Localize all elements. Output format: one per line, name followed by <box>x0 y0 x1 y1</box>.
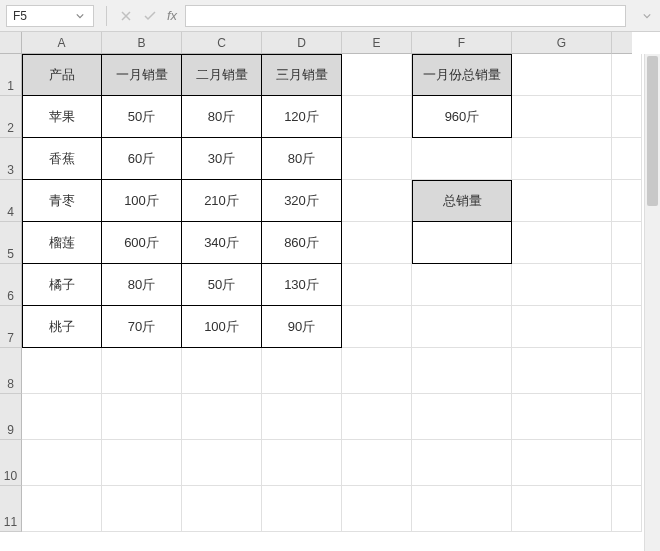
row-header-1[interactable]: 1 <box>0 54 22 96</box>
column-header-B[interactable]: B <box>102 32 182 54</box>
row-header-11[interactable]: 11 <box>0 486 22 532</box>
column-header-F[interactable]: F <box>412 32 512 54</box>
cell-F5[interactable] <box>412 222 512 264</box>
cell-G9[interactable] <box>512 394 612 440</box>
cell-G8[interactable] <box>512 348 612 394</box>
cell-B10[interactable] <box>102 440 182 486</box>
row-header-10[interactable]: 10 <box>0 440 22 486</box>
name-box[interactable]: F5 <box>6 5 94 27</box>
cell-C9[interactable] <box>182 394 262 440</box>
cell-F11[interactable] <box>412 486 512 532</box>
cell-D2[interactable]: 120斤 <box>262 96 342 138</box>
cell-G5[interactable] <box>512 222 612 264</box>
column-header-D[interactable]: D <box>262 32 342 54</box>
cell-G1[interactable] <box>512 54 612 96</box>
cell-B4[interactable]: 100斤 <box>102 180 182 222</box>
cell-C3[interactable]: 30斤 <box>182 138 262 180</box>
cell-B5[interactable]: 600斤 <box>102 222 182 264</box>
column-header-G[interactable]: G <box>512 32 612 54</box>
fx-icon[interactable]: fx <box>167 8 177 23</box>
cell-B8[interactable] <box>102 348 182 394</box>
cell-E8[interactable] <box>342 348 412 394</box>
row-header-7[interactable]: 7 <box>0 306 22 348</box>
cell-C4[interactable]: 210斤 <box>182 180 262 222</box>
row-header-4[interactable]: 4 <box>0 180 22 222</box>
cell-B3[interactable]: 60斤 <box>102 138 182 180</box>
cell-F4[interactable]: 总销量 <box>412 180 512 222</box>
column-header-C[interactable]: C <box>182 32 262 54</box>
cell-E11[interactable] <box>342 486 412 532</box>
cell-F3[interactable] <box>412 138 512 180</box>
cell-B9[interactable] <box>102 394 182 440</box>
row-header-6[interactable]: 6 <box>0 264 22 306</box>
cell-G3[interactable] <box>512 138 612 180</box>
cancel-icon[interactable] <box>119 9 133 23</box>
cell-E5[interactable] <box>342 222 412 264</box>
spreadsheet-grid[interactable]: ABCDEFG 1234567891011 产品一月销量二月销量三月销量一月份总… <box>0 32 660 551</box>
cell-B6[interactable]: 80斤 <box>102 264 182 306</box>
cell-F9[interactable] <box>412 394 512 440</box>
cell-D5[interactable]: 860斤 <box>262 222 342 264</box>
cell-F6[interactable] <box>412 264 512 306</box>
cell-C5[interactable]: 340斤 <box>182 222 262 264</box>
cell-G11[interactable] <box>512 486 612 532</box>
cell-D8[interactable] <box>262 348 342 394</box>
cell-C1[interactable]: 二月销量 <box>182 54 262 96</box>
cell-E4[interactable] <box>342 180 412 222</box>
cell-G10[interactable] <box>512 440 612 486</box>
cell-E3[interactable] <box>342 138 412 180</box>
row-header-9[interactable]: 9 <box>0 394 22 440</box>
cell-G6[interactable] <box>512 264 612 306</box>
cell-D10[interactable] <box>262 440 342 486</box>
cell-A3[interactable]: 香蕉 <box>22 138 102 180</box>
row-header-8[interactable]: 8 <box>0 348 22 394</box>
cell-G4[interactable] <box>512 180 612 222</box>
cell-A4[interactable]: 青枣 <box>22 180 102 222</box>
cell-D3[interactable]: 80斤 <box>262 138 342 180</box>
cell-E6[interactable] <box>342 264 412 306</box>
cell-B1[interactable]: 一月销量 <box>102 54 182 96</box>
chevron-down-icon[interactable] <box>73 9 87 23</box>
cell-E1[interactable] <box>342 54 412 96</box>
cell-C6[interactable]: 50斤 <box>182 264 262 306</box>
cell-D7[interactable]: 90斤 <box>262 306 342 348</box>
formula-bar[interactable] <box>185 5 626 27</box>
check-icon[interactable] <box>143 9 157 23</box>
cells-area[interactable]: 产品一月销量二月销量三月销量一月份总销量苹果50斤80斤120斤960斤香蕉60… <box>22 54 642 532</box>
column-header-A[interactable]: A <box>22 32 102 54</box>
cell-A9[interactable] <box>22 394 102 440</box>
row-header-5[interactable]: 5 <box>0 222 22 264</box>
cell-B2[interactable]: 50斤 <box>102 96 182 138</box>
cell-D1[interactable]: 三月销量 <box>262 54 342 96</box>
cell-F7[interactable] <box>412 306 512 348</box>
chevron-down-icon[interactable] <box>640 12 654 20</box>
cell-B11[interactable] <box>102 486 182 532</box>
cell-C11[interactable] <box>182 486 262 532</box>
cell-E9[interactable] <box>342 394 412 440</box>
vertical-scrollbar[interactable] <box>644 54 660 551</box>
cell-F1[interactable]: 一月份总销量 <box>412 54 512 96</box>
cell-F8[interactable] <box>412 348 512 394</box>
row-header-2[interactable]: 2 <box>0 96 22 138</box>
cell-C10[interactable] <box>182 440 262 486</box>
cell-D11[interactable] <box>262 486 342 532</box>
scrollbar-thumb[interactable] <box>647 56 658 206</box>
row-header-3[interactable]: 3 <box>0 138 22 180</box>
cell-A2[interactable]: 苹果 <box>22 96 102 138</box>
cell-A5[interactable]: 榴莲 <box>22 222 102 264</box>
cell-E7[interactable] <box>342 306 412 348</box>
cell-F10[interactable] <box>412 440 512 486</box>
cell-F2[interactable]: 960斤 <box>412 96 512 138</box>
cell-A1[interactable]: 产品 <box>22 54 102 96</box>
cell-A6[interactable]: 橘子 <box>22 264 102 306</box>
cell-D6[interactable]: 130斤 <box>262 264 342 306</box>
cell-C2[interactable]: 80斤 <box>182 96 262 138</box>
cell-D4[interactable]: 320斤 <box>262 180 342 222</box>
cell-C8[interactable] <box>182 348 262 394</box>
cell-A10[interactable] <box>22 440 102 486</box>
cell-G2[interactable] <box>512 96 612 138</box>
cell-D9[interactable] <box>262 394 342 440</box>
cell-A11[interactable] <box>22 486 102 532</box>
cell-B7[interactable]: 70斤 <box>102 306 182 348</box>
cell-A7[interactable]: 桃子 <box>22 306 102 348</box>
